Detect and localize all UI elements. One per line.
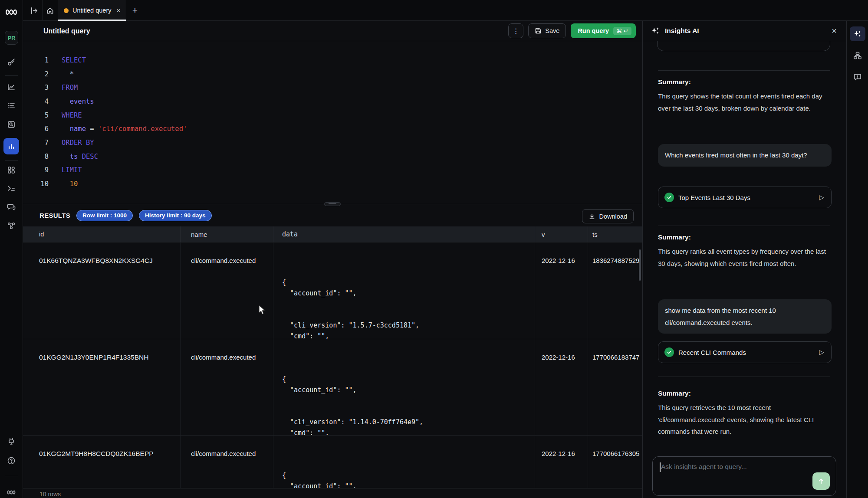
download-button[interactable]: Download <box>582 209 634 223</box>
section-divider <box>658 70 830 71</box>
results-toolbar: RESULTS Row limit : 1000 History limit :… <box>23 204 642 226</box>
sidebar-item-chat[interactable] <box>3 200 19 214</box>
cell-name: cli/command.executed <box>181 339 273 435</box>
cell-data: { "account_id": "", "cli_version": "1.5.… <box>273 242 535 339</box>
sidebar-item-integrations[interactable] <box>3 218 19 233</box>
rail-insights-ai-icon[interactable] <box>850 26 865 41</box>
column-header-data[interactable]: data <box>273 226 535 242</box>
tab-untitled-query[interactable]: Untitled query × <box>58 0 126 21</box>
send-button[interactable] <box>812 472 830 490</box>
unsaved-dot-icon <box>64 8 69 13</box>
code-line: 1SELECT <box>23 53 642 67</box>
column-header-v[interactable]: v <box>535 226 588 242</box>
query-menu-button[interactable]: ⋮ <box>508 23 523 38</box>
summary-text: This query ranks all event types by freq… <box>658 246 826 269</box>
cell-v: 2022-12-16 <box>535 339 588 435</box>
cell-v: 2022-12-16 <box>535 436 588 488</box>
table-row[interactable]: 01K66TQNZA3WFBQ8XN2KXSG4CJ cli/command.e… <box>23 242 642 339</box>
tab-close-icon[interactable]: × <box>116 7 121 14</box>
save-label: Save <box>545 27 559 34</box>
sidebar-item-plugins[interactable] <box>3 434 19 449</box>
scrolled-card-bottom <box>657 41 830 51</box>
column-header-name[interactable]: name <box>181 226 273 242</box>
sidebar-item-terminal[interactable] <box>3 181 19 196</box>
new-tab-icon[interactable]: + <box>126 0 144 21</box>
results-label: RESULTS <box>39 212 70 219</box>
sidebar-footer-logo-icon[interactable] <box>3 485 19 498</box>
summary-label: Summary: <box>658 233 691 241</box>
query-workspace: Untitled query ⋮ Save Run query ⌘↵ 1SELE… <box>23 21 642 498</box>
app-sidebar: PR <box>0 0 23 498</box>
save-icon <box>535 27 542 34</box>
download-label: Download <box>599 213 628 220</box>
column-header-id[interactable]: id <box>23 226 181 242</box>
sidebar-item-logs[interactable] <box>3 98 19 113</box>
home-tab-icon[interactable] <box>43 0 58 21</box>
sidebar-divider <box>5 75 18 76</box>
table-row[interactable]: 01KGG2MT9H8H8CCDQ0ZK16BEPP cli/command.e… <box>23 435 642 488</box>
run-query-button[interactable]: Run query ⌘↵ <box>571 23 636 38</box>
cell-id: 01KGG2N1J3Y0ENP1R4F1335BNH <box>23 339 181 435</box>
right-icon-rail <box>846 21 868 498</box>
cell-ts: 1836274887529 <box>588 242 642 339</box>
insights-input-box[interactable] <box>652 456 836 496</box>
play-icon[interactable]: ▷ <box>819 193 824 201</box>
code-line: 2 * <box>23 67 642 81</box>
sidebar-expand-icon[interactable] <box>26 0 42 21</box>
code-line: 5WHERE <box>23 108 642 122</box>
insights-ai-panel: Insights AI × Summary: This query shows … <box>642 21 846 498</box>
suggested-query-card[interactable]: Recent CLI Commands ▷ <box>658 341 832 363</box>
code-line: 9LIMIT <box>23 164 642 177</box>
summary-text: This query retrieves the 10 most recent … <box>658 402 826 438</box>
summary-label: Summary: <box>658 78 691 86</box>
row-count-status: 10 rows <box>23 488 642 498</box>
play-icon[interactable]: ▷ <box>819 348 824 356</box>
code-line: 8 ts DESC <box>23 150 642 164</box>
row-limit-badge[interactable]: Row limit : 1000 <box>76 210 133 221</box>
rail-schema-tree-icon[interactable] <box>850 48 865 63</box>
workspace-badge[interactable]: PR <box>5 31 18 45</box>
code-line: 4 events <box>23 95 642 108</box>
sidebar-divider <box>5 476 18 476</box>
table-scrollbar[interactable] <box>639 249 641 281</box>
cell-v: 2022-12-16 <box>535 242 588 339</box>
sidebar-item-insights-chart[interactable] <box>3 80 19 95</box>
rail-feedback-icon[interactable] <box>850 69 865 84</box>
run-shortcut-badge: ⌘↵ <box>613 27 631 35</box>
section-divider <box>658 377 830 377</box>
history-limit-badge[interactable]: History limit : 90 days <box>139 210 212 221</box>
sidebar-item-explore[interactable] <box>3 117 19 132</box>
column-header-ts[interactable]: ts <box>588 226 642 242</box>
table-header: id name data v ts <box>23 226 642 242</box>
cell-ts: 1770066176305 <box>588 436 642 488</box>
query-title: Untitled query <box>43 21 90 41</box>
card-label: Recent CLI Commands <box>678 349 746 356</box>
cell-name: cli/command.executed <box>181 436 273 488</box>
sidebar-item-keys[interactable] <box>3 55 19 69</box>
insights-input[interactable] <box>653 457 836 495</box>
suggested-query-card[interactable]: Top Events Last 30 Days ▷ <box>658 187 832 208</box>
summary-text: This query shows the total count of even… <box>658 90 826 114</box>
results-table: id name data v ts 01K66TQNZA3WFBQ8XN2KXS… <box>23 226 642 488</box>
table-row[interactable]: 01KGG2N1J3Y0ENP1R4F1335BNH cli/command.e… <box>23 339 642 435</box>
query-header: Untitled query ⋮ Save Run query ⌘↵ <box>23 21 642 41</box>
cell-id: 01K66TQNZA3WFBQ8XN2KXSG4CJ <box>23 242 181 339</box>
section-divider <box>658 226 830 226</box>
user-message: show me data from the most recent 10 cli… <box>658 299 832 334</box>
tab-bar: Untitled query × + <box>23 0 868 21</box>
cell-ts: 1770066183747 <box>588 339 642 435</box>
close-icon[interactable]: × <box>832 21 837 41</box>
sidebar-item-apps[interactable] <box>3 163 19 177</box>
insights-header: Insights AI × <box>643 21 846 41</box>
card-label: Top Events Last 30 Days <box>678 194 750 201</box>
save-button[interactable]: Save <box>528 23 566 38</box>
app-logo-icon[interactable] <box>5 7 18 17</box>
arrow-up-icon <box>817 477 825 485</box>
sql-editor[interactable]: 1SELECT 2 * 3FROM 4 events 5WHERE 6 name… <box>23 41 642 204</box>
code-line: 7ORDER BY <box>23 136 642 150</box>
user-message: Which events fired most often in the las… <box>658 144 832 167</box>
sparkles-icon <box>651 26 660 36</box>
sidebar-item-metrics[interactable] <box>3 138 19 154</box>
check-icon <box>664 347 674 357</box>
sidebar-item-help[interactable] <box>3 453 19 468</box>
